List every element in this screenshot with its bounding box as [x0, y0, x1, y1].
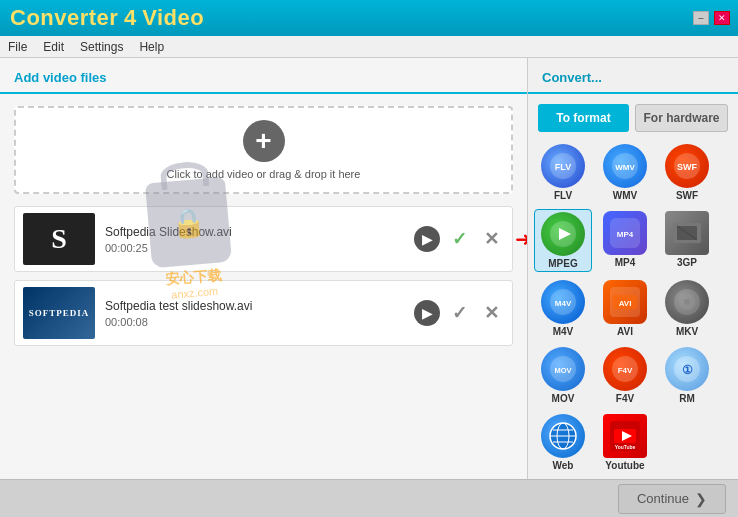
title-bar: Converter 4 Video – ✕: [0, 0, 738, 36]
svg-text:①: ①: [682, 363, 693, 377]
delete-button[interactable]: ✕: [478, 300, 504, 326]
menu-bar: File Edit Settings Help: [0, 36, 738, 58]
app-title-number: 4: [124, 5, 137, 30]
flv-icon: FLV: [541, 144, 585, 188]
close-button[interactable]: ✕: [714, 11, 730, 25]
format-mpeg[interactable]: MPEG: [534, 209, 592, 272]
format-wmv[interactable]: WMV WMV: [596, 142, 654, 203]
add-video-files-link[interactable]: Add video files: [14, 70, 106, 85]
file-info: Softpedia test slideshow.avi 00:00:08: [105, 299, 414, 328]
mp4-label: MP4: [615, 257, 636, 268]
swf-label: SWF: [676, 190, 698, 201]
format-youtube[interactable]: YouTube Youtube: [596, 412, 654, 473]
format-grid: FLV FLV WMV WMV SWF SWF: [528, 138, 738, 517]
svg-point-20: [684, 299, 690, 305]
svg-text:FLV: FLV: [555, 162, 571, 172]
3gp-label: 3GP: [677, 257, 697, 268]
file-name: Softpedia test slideshow.avi: [105, 299, 414, 313]
youtube-icon: YouTube: [603, 414, 647, 458]
file-list: S Softpedia Slideshow.avi 00:00:25 ▶ ✓ ✕…: [0, 202, 527, 517]
app-title-text2: Video: [142, 5, 204, 30]
file-thumbnail: SOFTPEDIA: [23, 287, 95, 339]
play-button[interactable]: ▶: [414, 226, 440, 252]
format-mp4[interactable]: MP4 MP4: [596, 209, 654, 272]
format-rm[interactable]: ① RM: [658, 345, 716, 406]
flv-label: FLV: [554, 190, 572, 201]
play-button[interactable]: ▶: [414, 300, 440, 326]
continue-chevron-icon: ❯: [695, 491, 707, 507]
format-m4v[interactable]: M4V M4V: [534, 278, 592, 339]
svg-text:WMV: WMV: [615, 163, 635, 172]
format-web[interactable]: Web: [534, 412, 592, 473]
f4v-label: F4V: [616, 393, 634, 404]
left-panel-header: Add video files: [0, 58, 527, 94]
format-row: M4V M4V AVI AVI MKV: [534, 278, 732, 339]
drop-zone[interactable]: + Click to add video or drag & drop it h…: [14, 106, 513, 194]
drop-zone-text: Click to add video or drag & drop it her…: [167, 168, 361, 180]
format-avi[interactable]: AVI AVI: [596, 278, 654, 339]
menu-edit[interactable]: Edit: [43, 40, 64, 54]
thumb-letter: S: [51, 223, 67, 255]
file-thumbnail: S: [23, 213, 95, 265]
youtube-label: Youtube: [605, 460, 644, 471]
format-row: FLV FLV WMV WMV SWF SWF: [534, 142, 732, 203]
svg-text:MOV: MOV: [554, 366, 571, 375]
right-panel-header: Convert...: [528, 58, 738, 94]
menu-settings[interactable]: Settings: [80, 40, 123, 54]
avi-label: AVI: [617, 326, 633, 337]
web-icon: [541, 414, 585, 458]
app-title: Converter 4 Video: [10, 5, 204, 31]
rm-icon: ①: [665, 347, 709, 391]
format-3gp[interactable]: 3GP: [658, 209, 716, 272]
window-controls: – ✕: [693, 11, 730, 25]
format-mkv[interactable]: MKV: [658, 278, 716, 339]
menu-file[interactable]: File: [8, 40, 27, 54]
thumb-brand-text: SOFTPEDIA: [29, 308, 90, 318]
svg-text:AVI: AVI: [619, 299, 632, 308]
left-panel: Add video files + Click to add video or …: [0, 58, 528, 517]
format-swf[interactable]: SWF SWF: [658, 142, 716, 203]
svg-text:YouTube: YouTube: [615, 444, 636, 450]
swf-icon: SWF: [665, 144, 709, 188]
main-content: Add video files + Click to add video or …: [0, 58, 738, 517]
check-button[interactable]: ✓: [446, 226, 472, 252]
file-actions: ▶ ✓ ✕: [414, 300, 504, 326]
mpeg-icon: [541, 212, 585, 256]
delete-button[interactable]: ✕: [478, 226, 504, 252]
rm-label: RM: [679, 393, 695, 404]
wmv-icon: WMV: [603, 144, 647, 188]
continue-button[interactable]: Continue ❯: [618, 484, 726, 514]
file-actions: ▶ ✓ ✕: [414, 226, 504, 252]
format-f4v[interactable]: F4V F4V: [596, 345, 654, 406]
mpeg-label: MPEG: [548, 258, 577, 269]
add-plus-button[interactable]: +: [243, 120, 285, 162]
minimize-button[interactable]: –: [693, 11, 709, 25]
svg-text:F4V: F4V: [618, 366, 633, 375]
to-format-button[interactable]: To format: [538, 104, 629, 132]
check-button[interactable]: ✓: [446, 300, 472, 326]
file-duration: 00:00:25: [105, 242, 414, 254]
web-label: Web: [553, 460, 574, 471]
avi-icon: AVI: [603, 280, 647, 324]
mov-icon: MOV: [541, 347, 585, 391]
file-info: Softpedia Slideshow.avi 00:00:25: [105, 225, 414, 254]
m4v-label: M4V: [553, 326, 574, 337]
menu-help[interactable]: Help: [139, 40, 164, 54]
bottom-bar: Continue ❯: [0, 479, 738, 517]
convert-title: Convert...: [542, 70, 602, 85]
file-item: SOFTPEDIA Softpedia test slideshow.avi 0…: [14, 280, 513, 346]
for-hardware-button[interactable]: For hardware: [635, 104, 728, 132]
mkv-icon: [665, 280, 709, 324]
arrow-indicator: ➜: [515, 227, 527, 251]
mov-label: MOV: [552, 393, 575, 404]
format-row: MPEG MP4 MP4 3GP: [534, 209, 732, 272]
format-mov[interactable]: MOV MOV: [534, 345, 592, 406]
svg-text:M4V: M4V: [555, 299, 572, 308]
continue-label: Continue: [637, 491, 689, 506]
svg-text:SWF: SWF: [677, 162, 697, 172]
app-title-text1: Converter: [10, 5, 118, 30]
format-flv[interactable]: FLV FLV: [534, 142, 592, 203]
file-duration: 00:00:08: [105, 316, 414, 328]
format-row: MOV MOV F4V F4V ① RM: [534, 345, 732, 406]
mp4-icon: MP4: [603, 211, 647, 255]
